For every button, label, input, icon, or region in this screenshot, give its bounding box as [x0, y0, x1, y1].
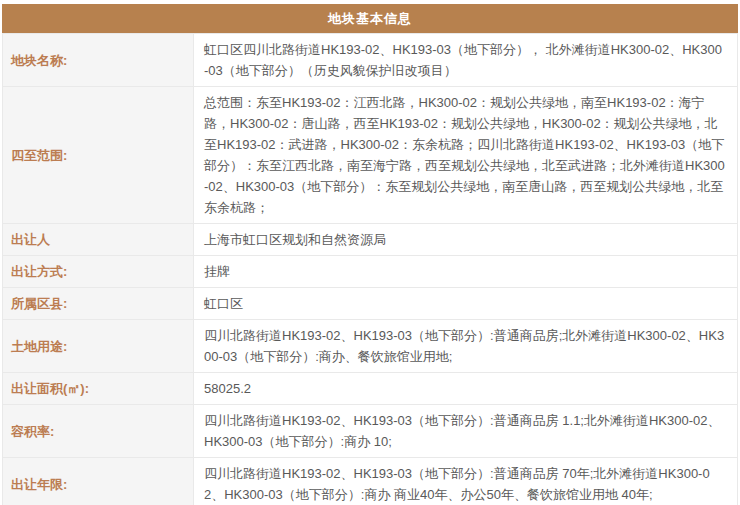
table-row-land-use: 土地用途: 四川北路街道HK193-02、HK193-03（地下部分）:普通商品…: [3, 320, 738, 373]
row-label: 容积率:: [3, 405, 194, 458]
row-value: 上海市虹口区规划和自然资源局: [194, 224, 738, 256]
row-value: 总范围：东至HK193-02：江西北路，HK300-02：规划公共绿地，南至HK…: [194, 87, 738, 224]
row-label: 出让人: [3, 224, 194, 256]
table-row-grant-term: 出让年限: 四川北路街道HK193-02、HK193-03（地下部分）:普通商品…: [3, 458, 738, 505]
row-value: 58025.2: [194, 373, 738, 405]
row-label: 四至范围:: [3, 87, 194, 224]
row-value: 四川北路街道HK193-02、HK193-03（地下部分）:普通商品房;北外滩街…: [194, 320, 738, 373]
panel-title: 地块基本信息: [2, 4, 738, 33]
row-value: 虹口区四川北路街道HK193-02、HK193-03（地下部分）， 北外滩街道H…: [194, 34, 738, 87]
row-label: 地块名称:: [3, 34, 194, 87]
table-row-transfer-method: 出让方式: 挂牌: [3, 256, 738, 288]
table-row-district: 所属区县: 虹口区: [3, 288, 738, 320]
row-value: 四川北路街道HK193-02、HK193-03（地下部分）:普通商品房 70年;…: [194, 458, 738, 505]
row-value: 四川北路街道HK193-02、HK193-03（地下部分）:普通商品房 1.1;…: [194, 405, 738, 458]
table-row-grantor: 出让人 上海市虹口区规划和自然资源局: [3, 224, 738, 256]
row-label: 所属区县:: [3, 288, 194, 320]
row-value: 挂牌: [194, 256, 738, 288]
info-table: 地块名称: 虹口区四川北路街道HK193-02、HK193-03（地下部分）， …: [2, 33, 738, 505]
row-label: 出让方式:: [3, 256, 194, 288]
row-label: 出让面积(㎡):: [3, 373, 194, 405]
table-row-parcel-name: 地块名称: 虹口区四川北路街道HK193-02、HK193-03（地下部分）， …: [3, 34, 738, 87]
table-row-plot-ratio: 容积率: 四川北路街道HK193-02、HK193-03（地下部分）:普通商品房…: [3, 405, 738, 458]
table-row-area: 出让面积(㎡): 58025.2: [3, 373, 738, 405]
row-value: 虹口区: [194, 288, 738, 320]
land-info-panel: 地块基本信息 地块名称: 虹口区四川北路街道HK193-02、HK193-03（…: [2, 4, 738, 505]
row-label: 出让年限:: [3, 458, 194, 505]
row-label: 土地用途:: [3, 320, 194, 373]
table-row-boundaries: 四至范围: 总范围：东至HK193-02：江西北路，HK300-02：规划公共绿…: [3, 87, 738, 224]
